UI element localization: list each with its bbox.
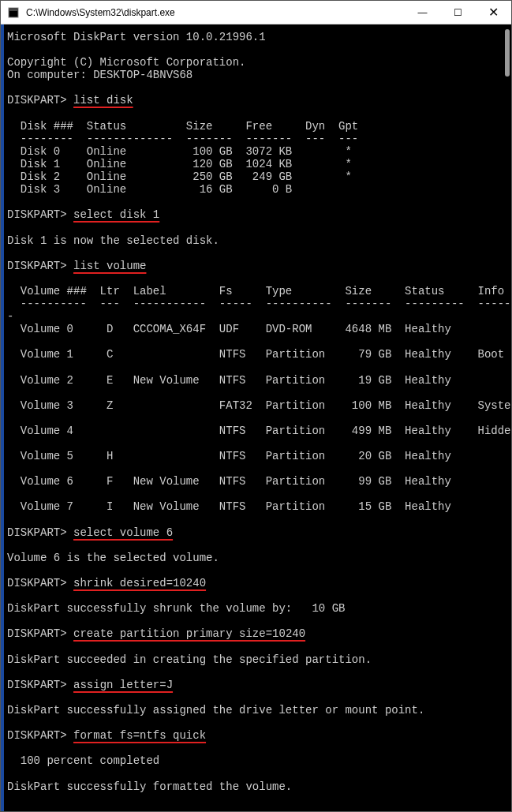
vol-row: Volume 3 Z FAT32 Partition 100 MB Health… bbox=[7, 399, 511, 412]
maximize-button[interactable]: ☐ bbox=[440, 1, 476, 24]
response: DiskPart successfully shrunk the volume … bbox=[7, 602, 345, 615]
window-title: C:\Windows\System32\diskpart.exe bbox=[26, 7, 405, 18]
command-window: C:\Windows\System32\diskpart.exe — ☐ ✕ M… bbox=[0, 0, 512, 812]
cmd-assign-letter: assign letter=J bbox=[73, 679, 173, 691]
disk-header: Disk ### Status Size Free Dyn Gpt bbox=[7, 120, 358, 133]
prompt: DISKPART> bbox=[7, 260, 67, 272]
prompt: DISKPART> bbox=[7, 577, 67, 589]
response: DiskPart successfully assigned the drive… bbox=[7, 704, 424, 717]
close-button[interactable]: ✕ bbox=[476, 1, 511, 24]
cmd-shrink: shrink desired=10240 bbox=[73, 577, 206, 589]
version-line: Microsoft DiskPart version 10.0.21996.1 bbox=[7, 31, 266, 43]
prompt: DISKPART> bbox=[7, 627, 67, 640]
vol-row: Volume 5 H NTFS Partition 20 GB Healthy bbox=[7, 450, 451, 462]
app-icon bbox=[7, 6, 20, 19]
vol-row: Volume 6 F New Volume NTFS Partition 99 … bbox=[7, 475, 451, 488]
prompt: DISKPART> bbox=[7, 526, 67, 539]
prompt: DISKPART> bbox=[7, 94, 67, 107]
cmd-select-volume: select volume 6 bbox=[73, 526, 173, 539]
vol-dash: - bbox=[7, 310, 13, 323]
cmd-list-disk: list disk bbox=[73, 94, 133, 107]
response: DiskPart successfully formatted the volu… bbox=[7, 780, 292, 793]
disk-row: Disk 2 Online 250 GB 249 GB * bbox=[7, 170, 352, 183]
computer-line: On computer: DESKTOP-4BNVS68 bbox=[7, 69, 192, 81]
vol-row: Volume 0 D CCCOMA_X64F UDF DVD-ROM 4648 … bbox=[7, 323, 451, 335]
prompt: DISKPART> bbox=[7, 679, 67, 691]
disk-row: Disk 0 Online 100 GB 3072 KB * bbox=[7, 145, 352, 158]
vol-row: Volume 2 E New Volume NTFS Partition 19 … bbox=[7, 374, 451, 387]
cmd-select-disk: select disk 1 bbox=[73, 208, 159, 221]
cmd-format: format fs=ntfs quick bbox=[73, 729, 206, 742]
response: Disk 1 is now the selected disk. bbox=[7, 234, 219, 247]
minimize-button[interactable]: — bbox=[405, 1, 440, 24]
prompt: DISKPART> bbox=[7, 208, 67, 221]
window-controls: — ☐ ✕ bbox=[405, 1, 511, 24]
disk-row: Disk 1 Online 120 GB 1024 KB * bbox=[7, 158, 352, 170]
cmd-create-partition: create partition primary size=10240 bbox=[73, 627, 305, 640]
copyright-line: Copyright (C) Microsoft Corporation. bbox=[7, 56, 245, 69]
cmd-list-volume: list volume bbox=[73, 260, 146, 272]
console-output[interactable]: Microsoft DiskPart version 10.0.21996.1 … bbox=[1, 24, 511, 811]
response: 100 percent completed bbox=[7, 754, 159, 767]
vol-row: Volume 7 I New Volume NTFS Partition 15 … bbox=[7, 500, 451, 513]
vol-sep: ---------- --- ----------- ----- -------… bbox=[7, 297, 511, 310]
disk-sep: -------- ------------- ------- ------- -… bbox=[7, 133, 358, 145]
disk-row: Disk 3 Online 16 GB 0 B bbox=[7, 183, 292, 196]
response: Volume 6 is the selected volume. bbox=[7, 552, 219, 564]
response: DiskPart succeeded in creating the speci… bbox=[7, 653, 372, 666]
vol-row: Volume 4 NTFS Partition 499 MB Healthy H… bbox=[7, 425, 511, 437]
vol-row: Volume 1 C NTFS Partition 79 GB Healthy … bbox=[7, 348, 504, 361]
prompt: DISKPART> bbox=[7, 729, 67, 742]
svg-rect-1 bbox=[9, 9, 17, 11]
vol-header: Volume ### Ltr Label Fs Type Size Status… bbox=[7, 285, 504, 297]
titlebar[interactable]: C:\Windows\System32\diskpart.exe — ☐ ✕ bbox=[1, 1, 511, 24]
